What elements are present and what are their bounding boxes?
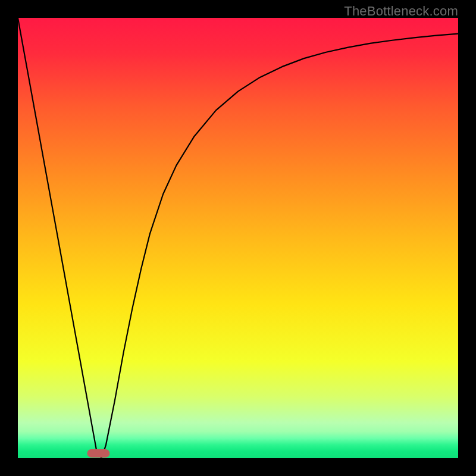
- plot-area: [18, 18, 458, 458]
- gradient-background: [18, 18, 458, 458]
- optimal-marker: [87, 449, 109, 458]
- chart-frame: TheBottleneck.com: [0, 0, 476, 476]
- chart-svg: [18, 18, 458, 458]
- watermark-text: TheBottleneck.com: [344, 4, 458, 19]
